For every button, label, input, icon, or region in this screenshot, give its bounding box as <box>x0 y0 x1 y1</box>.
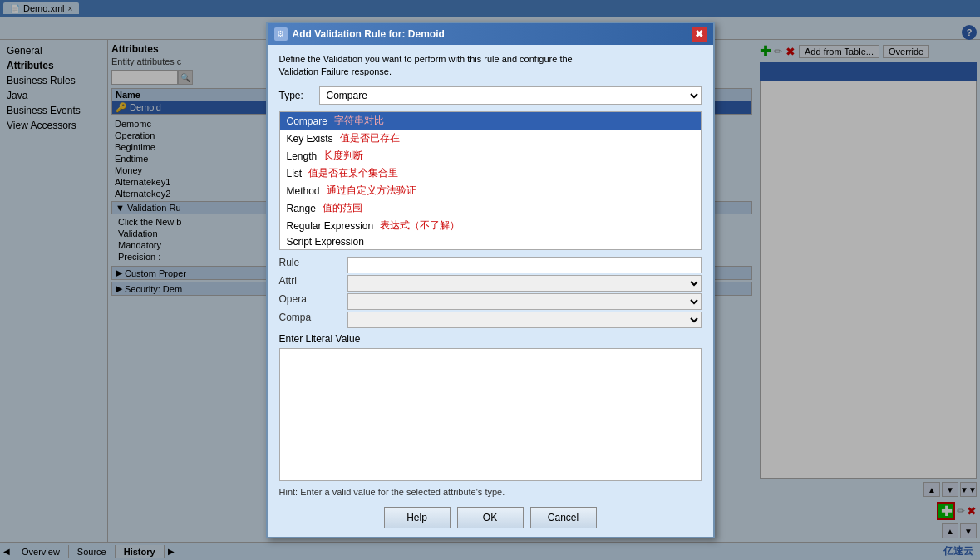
modal-title: Add Validation Rule for: Demoid <box>293 28 445 40</box>
dropdown-list[interactable]: List 值是否在某个集合里 <box>280 165 701 182</box>
rule-oper-label: Opera <box>279 293 346 310</box>
rule-comp-label: Compa <box>279 312 346 328</box>
dropdown-regex[interactable]: Regular Expression 表达式（不了解） <box>280 217 701 234</box>
modal-titlebar-left: ⚙ Add Validation Rule for: Demoid <box>274 27 445 41</box>
modal-overlay: ⚙ Add Validation Rule for: Demoid ✖ Defi… <box>0 0 980 560</box>
literal-textarea[interactable] <box>279 348 702 481</box>
rule-name-input[interactable] <box>347 257 702 273</box>
modal-body: Define the Validation you want to perfor… <box>268 45 713 538</box>
dropdown-method-label: Method <box>287 185 320 197</box>
modal-buttons: Help OK Cancel <box>279 504 702 528</box>
dropdown-range-label: Range <box>287 203 316 214</box>
modal-type-row: Type: Compare <box>279 86 702 105</box>
dropdown-script[interactable]: Script Expression <box>280 234 701 249</box>
modal-description: Define the Validation you want to perfor… <box>279 53 702 79</box>
dropdown-script-label: Script Expression <box>287 236 364 248</box>
type-dropdown-list: Compare 字符串对比 Key Exists 值是否已存在 Length 长… <box>279 111 702 250</box>
dropdown-key-exists-zh: 值是否已存在 <box>340 131 400 145</box>
literal-label: Enter Literal Value <box>279 333 702 345</box>
dropdown-length-label: Length <box>287 150 318 162</box>
rule-attr-select[interactable] <box>347 275 702 292</box>
dropdown-list-zh: 值是否在某个集合里 <box>308 166 398 180</box>
hint-text: Hint: Enter a valid value for the select… <box>279 487 702 497</box>
ok-button[interactable]: OK <box>457 507 524 528</box>
cancel-button[interactable]: Cancel <box>530 507 597 528</box>
rule-name-label: Rule <box>279 257 346 273</box>
dropdown-list-label: List <box>287 168 303 179</box>
modal-title-icon: ⚙ <box>274 27 288 41</box>
dropdown-method[interactable]: Method 通过自定义方法验证 <box>280 182 701 199</box>
dropdown-compare-label: Compare <box>287 115 327 127</box>
dropdown-key-exists[interactable]: Key Exists 值是否已存在 <box>280 130 701 147</box>
type-label: Type: <box>279 90 313 101</box>
dropdown-compare-zh: 字符串对比 <box>334 114 384 128</box>
dropdown-length[interactable]: Length 长度判断 <box>280 147 701 165</box>
dropdown-range-zh: 值的范围 <box>323 201 362 215</box>
dropdown-regex-label: Regular Expression <box>287 220 374 232</box>
help-button[interactable]: Help <box>384 507 451 528</box>
modal-close-button[interactable]: ✖ <box>692 27 707 42</box>
dropdown-regex-zh: 表达式（不了解） <box>380 219 460 233</box>
rule-details: Rule Attri Opera Compa <box>279 257 702 328</box>
dropdown-range[interactable]: Range 值的范围 <box>280 199 701 217</box>
dropdown-key-exists-label: Key Exists <box>287 133 333 145</box>
dropdown-method-zh: 通过自定义方法验证 <box>327 184 416 198</box>
rule-oper-select[interactable] <box>347 293 702 310</box>
rule-comp-select[interactable] <box>347 312 702 328</box>
dropdown-compare[interactable]: Compare 字符串对比 <box>280 112 701 130</box>
dropdown-length-zh: 长度判断 <box>323 149 363 163</box>
modal-dialog: ⚙ Add Validation Rule for: Demoid ✖ Defi… <box>266 22 715 539</box>
modal-titlebar: ⚙ Add Validation Rule for: Demoid ✖ <box>268 23 713 45</box>
rule-attr-label: Attri <box>279 275 346 292</box>
type-select[interactable]: Compare <box>319 86 702 105</box>
